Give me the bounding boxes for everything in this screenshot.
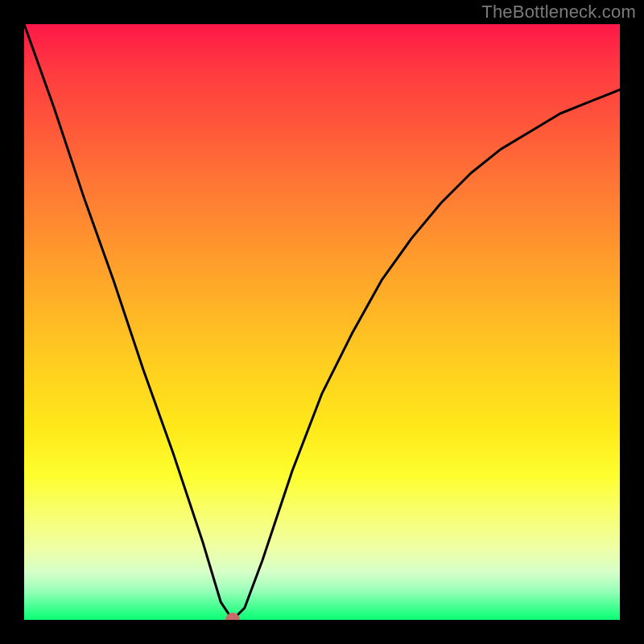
watermark-text: TheBottleneck.com bbox=[481, 2, 636, 23]
chart-frame: TheBottleneck.com bbox=[0, 0, 644, 644]
plot-area bbox=[24, 24, 620, 620]
gradient-background bbox=[24, 24, 620, 620]
